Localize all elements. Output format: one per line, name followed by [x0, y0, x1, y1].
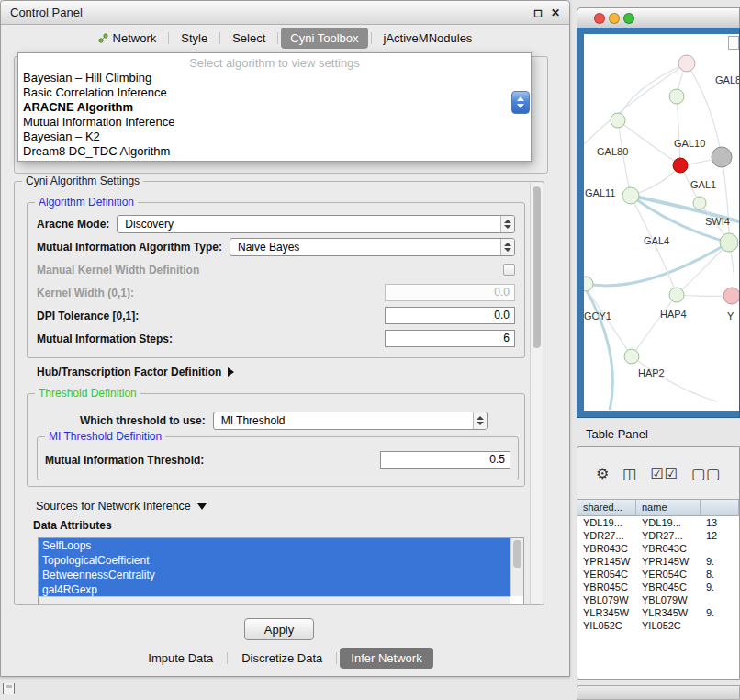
float-window-icon[interactable]: ◻	[533, 7, 543, 18]
panel-title: Control Panel	[10, 6, 83, 19]
tab-jactivemnodules[interactable]: jActiveMNodules	[375, 28, 482, 49]
list-horizontal-scrollbar[interactable]	[39, 596, 510, 604]
network-node[interactable]	[669, 89, 684, 104]
table-row[interactable]: YDL19...YDL19...13	[577, 516, 739, 529]
tab-infer-network[interactable]: Infer Network	[340, 648, 432, 669]
table-row[interactable]: YIL052CYIL052C	[577, 619, 739, 632]
tab-label: Impute Data	[148, 651, 213, 665]
table-cell: YBL079W	[636, 593, 701, 606]
threshold-type-select[interactable]: MI Threshold	[213, 412, 488, 430]
algorithm-option-bayesian-hill-climbing[interactable]: Bayesian – Hill Climbing	[18, 71, 531, 85]
network-node[interactable]	[584, 277, 593, 291]
zoom-traffic-light[interactable]	[623, 13, 634, 24]
column-header-shared[interactable]: shared...	[577, 500, 636, 515]
kernel-width-label: Kernel Width (0,1):	[37, 287, 134, 299]
attribute-items: SelfLoopsTopologicalCoefficientBetweenne…	[39, 538, 510, 596]
close-traffic-light[interactable]	[594, 13, 605, 24]
network-node[interactable]	[693, 197, 706, 209]
table-row[interactable]: YLR345WYLR345W9.	[577, 606, 739, 619]
table-cell	[701, 619, 739, 632]
tab-discretize-data[interactable]: Discretize Data	[230, 648, 333, 669]
tab-separator	[336, 652, 337, 664]
column-header-extra[interactable]	[701, 500, 739, 515]
scrollbar-thumb[interactable]	[513, 540, 521, 568]
tab-select[interactable]: Select	[223, 28, 275, 49]
column-header-name[interactable]: name	[636, 500, 701, 515]
table-row[interactable]: YDR27...YDR27...12	[577, 529, 739, 542]
column-layout-icon[interactable]: ◫	[622, 465, 637, 482]
tab-style[interactable]: Style	[172, 28, 217, 49]
scrollbar-thumb[interactable]	[533, 186, 541, 348]
control-panel-titlebar[interactable]: Control Panel ◻ ✕	[1, 1, 569, 25]
table-cell: 9.	[701, 581, 739, 593]
mi-steps-field[interactable]: 6	[385, 330, 515, 347]
hub-definition-label: Hub/Transcription Factor Definition	[37, 366, 221, 378]
attribute-item-betweennesscentrality[interactable]: BetweennessCentrality	[39, 568, 510, 582]
algorithm-option-dream8-dc-tdc-algorithm[interactable]: Dream8 DC_TDC Algorithm	[18, 144, 531, 159]
select-all-icon[interactable]: ☑☑	[650, 465, 678, 482]
tab-label: Cyni Toolbox	[290, 31, 358, 45]
attribute-item-topologicalcoefficient[interactable]: TopologicalCoefficient	[39, 553, 510, 568]
table-row[interactable]: YPR145WYPR145W9.	[577, 555, 739, 568]
network-node[interactable]	[622, 187, 639, 204]
close-icon[interactable]: ✕	[551, 7, 560, 18]
network-node[interactable]	[723, 288, 739, 304]
network-node[interactable]	[673, 158, 688, 173]
network-edge	[618, 120, 680, 165]
algorithm-definition-title: Algorithm Definition	[35, 196, 138, 209]
collapse-down-icon	[197, 503, 207, 510]
network-view-window: GAL8GAL80GAL10GAL11GAL1SWI4GAL4GCY1HAP4H…	[577, 7, 740, 418]
network-node[interactable]	[669, 288, 684, 302]
collapsed-panel-bar[interactable]	[577, 685, 740, 700]
mi-algorithm-type-select[interactable]: Naive Bayes	[230, 238, 515, 256]
list-vertical-scrollbar[interactable]	[510, 538, 523, 596]
table-row[interactable]: YBR045CYBR045C9.	[577, 581, 739, 593]
network-node[interactable]	[712, 147, 732, 167]
network-canvas[interactable]: GAL8GAL80GAL10GAL11GAL1SWI4GAL4GCY1HAP4H…	[584, 34, 739, 411]
tab-label: Infer Network	[351, 651, 421, 665]
sources-toggle[interactable]: Sources for Network Inference	[36, 500, 207, 513]
data-attributes-list[interactable]: SelfLoopsTopologicalCoefficientBetweenne…	[38, 537, 524, 604]
tab-impute-data[interactable]: Impute Data	[137, 648, 224, 669]
settings-scrollbar[interactable]	[530, 183, 543, 604]
dpi-tolerance-label: DPI Tolerance [0,1]:	[37, 310, 139, 322]
dock-panel-icon[interactable]	[3, 683, 15, 694]
algorithm-combo-stepper[interactable]	[511, 91, 530, 114]
table-row[interactable]: YER054CYER054C8.	[577, 568, 739, 581]
mi-steps-label: Mutual Information Steps:	[37, 333, 173, 345]
threshold-definition-group: Threshold Definition Which threshold to …	[27, 393, 525, 487]
network-node[interactable]	[720, 233, 738, 252]
network-icon	[98, 33, 108, 43]
aracne-mode-select[interactable]: Discovery	[117, 215, 515, 233]
attribute-item-selfloops[interactable]: SelfLoops	[39, 538, 510, 553]
network-node-label: GAL8	[715, 74, 739, 85]
hub-definition-toggle[interactable]: Hub/Transcription Factor Definition	[37, 366, 234, 378]
algorithm-option-aracne-algorithm[interactable]: ARACNE Algorithm	[18, 100, 531, 115]
table-row[interactable]: YBL079WYBL079W	[577, 593, 739, 606]
network-node[interactable]	[611, 113, 625, 128]
algorithm-option-bayesian-k2[interactable]: Bayesian – K2	[18, 130, 531, 144]
apply-button[interactable]: Apply	[244, 618, 314, 640]
minimize-traffic-light[interactable]	[609, 13, 620, 24]
mi-threshold-field[interactable]: 0.5	[380, 451, 510, 469]
manual-kernel-checkbox[interactable]	[503, 264, 515, 276]
algorithm-option-basic-correlation-inference[interactable]: Basic Correlation Inference	[18, 85, 531, 100]
network-window-titlebar[interactable]	[577, 7, 740, 28]
algorithm-option-mutual-information-inference[interactable]: Mutual Information Inference	[18, 115, 531, 130]
settings-gear-icon[interactable]: ⚙	[596, 465, 610, 482]
deselect-all-icon[interactable]: ▢▢	[691, 465, 721, 482]
table-cell: YLR345W	[577, 606, 636, 619]
table-cell: YBR045C	[577, 581, 636, 593]
network-node[interactable]	[624, 349, 639, 364]
canvas-scroll-corner[interactable]	[728, 36, 739, 50]
kernel-width-field[interactable]: 0.0	[385, 284, 515, 301]
table-panel: ⚙◫☑☑▢▢ shared...name YDL19...YDL19...13Y…	[577, 446, 740, 680]
threshold-type-label: Which threshold to use:	[80, 414, 206, 427]
mi-type-label: Mutual Information Algorithm Type:	[37, 241, 222, 254]
dpi-tolerance-field[interactable]: 0.0	[385, 307, 515, 324]
attribute-item-gal4rgexp[interactable]: gal4RGexp	[39, 582, 510, 596]
tab-network[interactable]: Network	[89, 28, 166, 49]
tab-cyni-toolbox[interactable]: Cyni Toolbox	[281, 28, 367, 49]
network-node[interactable]	[678, 55, 695, 72]
table-row[interactable]: YBR043CYBR043C	[577, 542, 739, 555]
